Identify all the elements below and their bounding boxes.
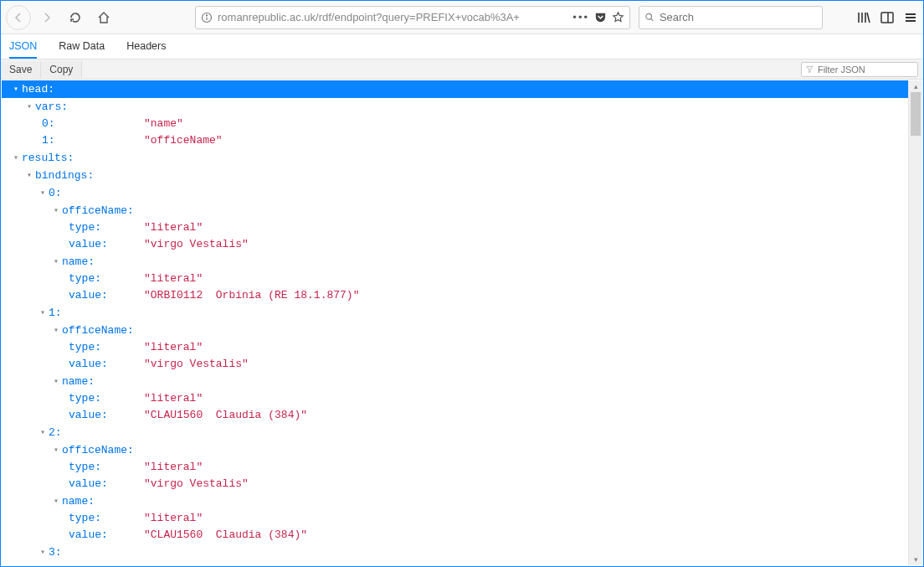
- json-leaf[interactable]: type:"literal": [2, 390, 908, 407]
- more-icon[interactable]: •••: [572, 11, 589, 23]
- filter-json-box[interactable]: [801, 62, 918, 77]
- twisty-icon[interactable]: [52, 561, 60, 565]
- json-leaf[interactable]: value:"virgo Vestalis": [2, 236, 908, 253]
- url-text: romanrepublic.ac.uk/rdf/endpoint?query=P…: [218, 11, 567, 23]
- json-key-name[interactable]: name:: [2, 253, 908, 271]
- json-key-bindings[interactable]: bindings:: [2, 167, 908, 184]
- json-string: "ORBI0112 Orbinia (RE 18.1.877)": [144, 287, 359, 304]
- forward-button[interactable]: [34, 5, 59, 30]
- search-input[interactable]: [660, 11, 817, 23]
- json-key-name[interactable]: name:: [2, 492, 908, 510]
- browser-toolbar: romanrepublic.ac.uk/rdf/endpoint?query=P…: [1, 1, 923, 34]
- json-view-tabs: JSON Raw Data Headers: [1, 34, 923, 59]
- twisty-icon[interactable]: [38, 544, 47, 561]
- scroll-up-icon[interactable]: ▴: [909, 80, 922, 92]
- svg-point-1: [206, 14, 207, 15]
- twisty-icon[interactable]: [52, 202, 60, 219]
- json-key-index[interactable]: 1:: [2, 304, 908, 322]
- json-string: "CLAU1560 Claudia (384)": [144, 407, 307, 424]
- funnel-icon: [806, 65, 814, 74]
- twisty-icon[interactable]: [38, 424, 47, 441]
- json-leaf[interactable]: value:"ORBI0112 Orbinia (RE 18.1.877)": [2, 287, 908, 304]
- json-leaf[interactable]: type:"literal": [2, 510, 908, 527]
- json-string: "literal": [144, 459, 203, 476]
- json-string: "officeName": [144, 132, 223, 149]
- json-leaf[interactable]: 0:"name": [2, 116, 908, 132]
- twisty-icon[interactable]: [52, 322, 60, 339]
- twisty-icon[interactable]: [52, 492, 60, 510]
- tab-raw-data[interactable]: Raw Data: [59, 40, 105, 59]
- sidebar-icon[interactable]: [880, 10, 895, 25]
- twisty-icon[interactable]: [52, 253, 60, 271]
- tab-headers[interactable]: Headers: [126, 40, 166, 59]
- json-key-officeName[interactable]: officeName:: [2, 561, 908, 565]
- twisty-icon[interactable]: [52, 441, 60, 459]
- json-key-officeName[interactable]: officeName:: [2, 441, 908, 459]
- json-key-officeName[interactable]: officeName:: [2, 322, 908, 339]
- info-icon: [201, 12, 213, 23]
- json-key-vars[interactable]: vars:: [2, 98, 908, 116]
- twisty-icon[interactable]: [25, 167, 33, 184]
- tab-json[interactable]: JSON: [9, 40, 37, 59]
- reload-button[interactable]: [63, 5, 88, 30]
- json-string: "literal": [144, 219, 203, 236]
- json-key-officeName[interactable]: officeName:: [2, 202, 908, 219]
- json-string: "virgo Vestalis": [144, 356, 249, 373]
- json-string: "virgo Vestalis": [144, 236, 249, 253]
- twisty-icon[interactable]: [12, 149, 20, 167]
- twisty-icon[interactable]: [38, 184, 47, 202]
- json-leaf[interactable]: type:"literal": [2, 459, 908, 476]
- json-leaf[interactable]: type:"literal": [2, 271, 908, 287]
- back-button[interactable]: [6, 5, 31, 30]
- filter-json-input[interactable]: [818, 64, 913, 75]
- json-key-results[interactable]: results:: [2, 149, 908, 167]
- json-key-index[interactable]: 0:: [2, 184, 908, 202]
- copy-button[interactable]: Copy: [41, 61, 82, 78]
- json-key-head[interactable]: head:: [2, 80, 908, 98]
- json-key-index[interactable]: 2:: [2, 424, 908, 441]
- vertical-scrollbar[interactable]: ▴ ▾: [908, 80, 922, 565]
- save-button[interactable]: Save: [1, 61, 41, 78]
- json-leaf[interactable]: value:"virgo Vestalis": [2, 476, 908, 492]
- json-key-index[interactable]: 3:: [2, 544, 908, 561]
- twisty-icon[interactable]: [38, 304, 47, 322]
- twisty-icon[interactable]: [25, 98, 33, 116]
- svg-point-2: [646, 13, 652, 19]
- json-string: "virgo Vestalis": [144, 476, 249, 492]
- scroll-down-icon[interactable]: ▾: [909, 554, 922, 565]
- twisty-icon[interactable]: [52, 373, 60, 390]
- json-string: "literal": [144, 510, 203, 527]
- twisty-icon[interactable]: [12, 80, 20, 98]
- search-bar[interactable]: [639, 6, 823, 29]
- svg-rect-3: [881, 13, 893, 23]
- home-icon: [97, 11, 110, 24]
- json-leaf[interactable]: type:"literal": [2, 339, 908, 356]
- json-string: "literal": [144, 339, 203, 356]
- json-string: "CLAU1560 Claudia (384)": [144, 527, 307, 544]
- scrollbar-thumb[interactable]: [911, 92, 921, 136]
- json-leaf[interactable]: value:"CLAU1560 Claudia (384)": [2, 407, 908, 424]
- json-action-bar: Save Copy: [1, 59, 923, 80]
- json-viewer[interactable]: head: vars: 0:"name" 1:"officeName" resu…: [2, 80, 908, 565]
- reload-icon: [69, 11, 82, 24]
- library-icon[interactable]: [856, 10, 871, 25]
- arrow-left-icon: [12, 11, 25, 24]
- json-key-name[interactable]: name:: [2, 373, 908, 390]
- json-leaf[interactable]: value:"CLAU1560 Claudia (384)": [2, 527, 908, 544]
- bookmark-star-icon[interactable]: [612, 11, 624, 23]
- arrow-right-icon: [40, 11, 54, 24]
- json-string: "literal": [144, 390, 203, 407]
- json-string: "literal": [144, 271, 203, 287]
- json-leaf[interactable]: type:"literal": [2, 219, 908, 236]
- home-button[interactable]: [91, 5, 116, 30]
- json-string: "name": [144, 116, 183, 132]
- pocket-icon[interactable]: [594, 11, 607, 23]
- url-bar[interactable]: romanrepublic.ac.uk/rdf/endpoint?query=P…: [195, 6, 630, 29]
- search-icon: [644, 12, 654, 23]
- json-leaf[interactable]: value:"virgo Vestalis": [2, 356, 908, 373]
- json-leaf[interactable]: 1:"officeName": [2, 132, 908, 149]
- menu-icon[interactable]: [903, 10, 918, 25]
